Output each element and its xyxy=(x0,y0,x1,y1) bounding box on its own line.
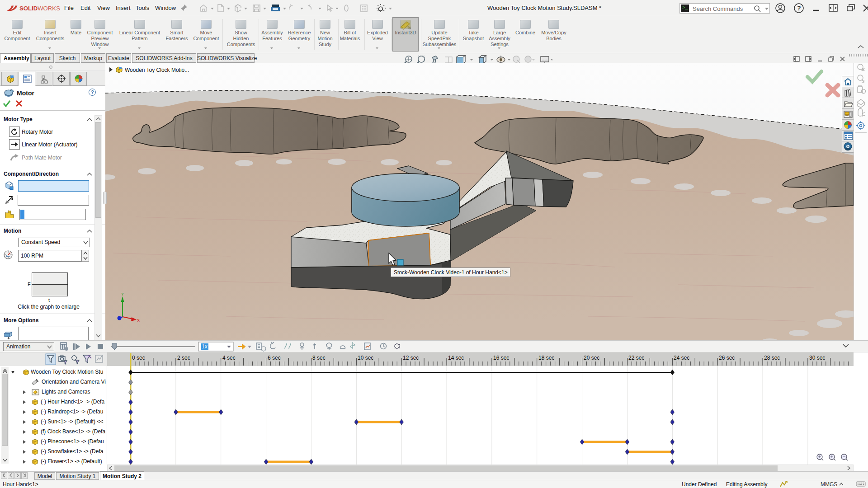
svg-text:X: X xyxy=(137,318,140,323)
svg-text:0 sec: 0 sec xyxy=(132,355,145,361)
svg-text:22 sec: 22 sec xyxy=(628,355,644,361)
svg-text:4 sec: 4 sec xyxy=(222,355,236,361)
svg-text:10 sec: 10 sec xyxy=(358,355,373,361)
svg-text:?: ? xyxy=(797,5,801,12)
svg-text:Y: Y xyxy=(121,292,124,296)
svg-text:1x: 1x xyxy=(202,343,208,350)
svg-text:18 sec: 18 sec xyxy=(538,355,554,361)
svg-text:8 sec: 8 sec xyxy=(312,355,326,361)
svg-text:26 sec: 26 sec xyxy=(719,355,735,361)
svg-text:2 sec: 2 sec xyxy=(177,355,190,361)
svg-text:24 sec: 24 sec xyxy=(674,355,689,361)
svg-text:6 sec: 6 sec xyxy=(268,355,281,361)
svg-text:28 sec: 28 sec xyxy=(764,355,780,361)
svg-text:30 sec: 30 sec xyxy=(809,355,825,361)
svg-text:14 sec: 14 sec xyxy=(448,355,464,361)
svg-text:SOLIDWORKS: SOLIDWORKS xyxy=(19,5,60,12)
svg-text:12 sec: 12 sec xyxy=(403,355,419,361)
svg-text:16 sec: 16 sec xyxy=(493,355,509,361)
svg-text:20 sec: 20 sec xyxy=(584,355,599,361)
